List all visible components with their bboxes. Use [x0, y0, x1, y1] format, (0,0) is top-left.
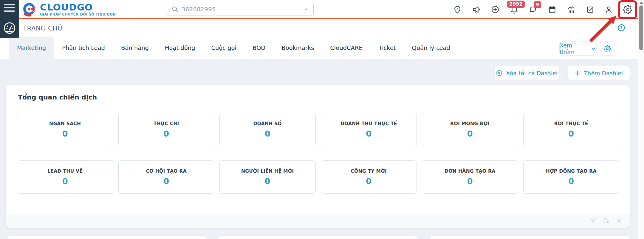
- dashboard-tab[interactable]: Ticket: [371, 37, 404, 59]
- metric-value: 0: [366, 129, 371, 138]
- metric-tile: DOANH THU THỰC TẾ 0: [321, 113, 417, 146]
- search-icon: [171, 6, 179, 13]
- message-count-badge: 9: [534, 1, 541, 8]
- metric-value: 0: [467, 177, 473, 186]
- megaphone-icon[interactable]: [470, 3, 483, 16]
- metric-tile: CƠ HỘI TẠO RA 0: [118, 160, 215, 194]
- tab-settings-button[interactable]: [600, 42, 615, 56]
- metric-value: 0: [163, 129, 169, 138]
- metric-label: NGÂN SÁCH: [47, 121, 83, 126]
- notification-count-badge: 2992: [507, 1, 525, 8]
- metric-label: ĐƠN HÀNG TẠO RA: [442, 168, 498, 174]
- scrollbar-thumb[interactable]: [639, 5, 643, 50]
- brand-name: CLOUDGO: [40, 3, 116, 12]
- chevron-down-icon[interactable]: [303, 6, 309, 12]
- metric-label: CÔNG TY MỚI: [348, 168, 389, 174]
- add-circle-icon[interactable]: [489, 3, 502, 16]
- dashboard-tab[interactable]: Bookmarks: [273, 37, 322, 59]
- dashboard-gauge-icon[interactable]: [3, 22, 16, 34]
- metric-value: 0: [366, 177, 371, 186]
- close-icon[interactable]: [615, 217, 623, 224]
- dashboard-tab[interactable]: Marketing: [9, 37, 54, 59]
- add-dashlet-button[interactable]: Thêm Dashlet: [568, 66, 630, 80]
- settings-highlight-box: [618, 0, 637, 19]
- dashboard-tab[interactable]: Quản lý Lead: [404, 37, 458, 59]
- partial-dashlet-card: [217, 236, 418, 239]
- clear-all-dashlets-button[interactable]: Xóa tất cả Dashlet: [495, 66, 559, 80]
- metric-tile: ROI THỰC TẾ 0: [523, 113, 620, 146]
- metrics-grid: NGÂN SÁCH 0 THỰC CHI 0 DOANH SỐ 0 DOANH …: [17, 113, 619, 194]
- metric-value: 0: [163, 177, 169, 186]
- user-icon[interactable]: [602, 3, 615, 16]
- plus-icon: [574, 70, 581, 76]
- campaign-overview-dashlet: Tổng quan chiến dịch NGÂN SÁCH 0 THỰC CH…: [6, 85, 630, 228]
- breadcrumb-bar: [0, 19, 638, 37]
- dashboard-tab[interactable]: Phân tích Lead: [54, 37, 113, 59]
- metric-tile: HỢP ĐỒNG TẠO RA 0: [523, 160, 620, 194]
- metric-tile: CÔNG TY MỚI 0: [321, 160, 417, 194]
- dashboard-tab[interactable]: Bán hàng: [113, 37, 157, 59]
- brand-tagline: GIẢI PHÁP CHUYỂN ĐỔI SỐ TINH GỌN: [40, 12, 116, 16]
- gear-icon: [604, 45, 611, 52]
- scroll-up-arrow[interactable]: [639, 1, 643, 4]
- dashboard-tab[interactable]: CloudCARE: [322, 37, 371, 59]
- metric-label: DOANH THU THỰC TẾ: [338, 121, 400, 126]
- metric-value: 0: [265, 129, 270, 138]
- dashboard-tabbar: MarketingPhân tích LeadBán hàngHoạt động…: [0, 37, 638, 59]
- metric-value: 0: [568, 177, 574, 186]
- filter-icon[interactable]: [590, 217, 597, 224]
- dashboard-tab[interactable]: BOD: [244, 37, 273, 59]
- svg-text:?: ?: [456, 7, 459, 11]
- dashboard-tab[interactable]: Hoạt động: [157, 37, 203, 59]
- sidebar-header-block: [0, 0, 19, 38]
- cloudgo-logo-icon: [21, 1, 38, 18]
- metric-value: 0: [265, 177, 270, 186]
- metric-label: HỢP ĐỒNG TẠO RA: [544, 168, 599, 174]
- calendar-icon[interactable]: [546, 3, 559, 16]
- metric-tile: NGƯỜI LIÊN HỆ MỚI 0: [219, 160, 316, 194]
- dashlet-footer: [6, 214, 630, 228]
- partial-dashlet-card: [7, 236, 208, 239]
- metric-label: DOANH SỐ: [251, 121, 284, 126]
- metric-tile: THỰC CHI 0: [118, 113, 215, 146]
- location-pin-icon[interactable]: ?: [451, 3, 464, 16]
- activity-chart-icon[interactable]: [564, 3, 578, 16]
- metric-label: CƠ HỘI TẠO RA: [143, 168, 189, 174]
- dashlet-title: Tổng quan chiến dịch: [18, 94, 97, 101]
- metric-value: 0: [467, 129, 473, 138]
- help-button[interactable]: ?: [612, 21, 631, 35]
- metric-tile: NGÂN SÁCH 0: [17, 113, 113, 146]
- svg-text:?: ?: [620, 25, 622, 30]
- global-search[interactable]: [167, 3, 314, 16]
- tasks-checkbox-icon[interactable]: [583, 3, 597, 16]
- chevron-down-icon: [591, 46, 596, 51]
- search-input[interactable]: [182, 6, 300, 13]
- partial-dashlet-card: [429, 236, 630, 239]
- metric-value: 0: [62, 129, 68, 138]
- see-more-button[interactable]: Xem thêm: [559, 42, 597, 56]
- topbar-icon-row: ?: [451, 3, 634, 16]
- metric-tile: LEAD THU VỀ 0: [17, 160, 113, 194]
- metric-tile: ĐƠN HÀNG TẠO RA 0: [422, 160, 518, 194]
- help-icon: ?: [617, 24, 626, 32]
- page-title: TRANG CHỦ: [23, 19, 62, 37]
- metric-label: ROI MONG ĐỢI: [448, 121, 492, 126]
- metric-tile: DOANH SỐ 0: [219, 113, 316, 146]
- refresh-icon[interactable]: [603, 217, 610, 224]
- hamburger-menu-icon[interactable]: [4, 4, 15, 12]
- vertical-scrollbar[interactable]: [638, 0, 644, 239]
- metric-label: THỰC CHI: [151, 121, 182, 126]
- metric-value: 0: [62, 177, 68, 186]
- metric-tile: ROI MONG ĐỢI 0: [422, 113, 518, 146]
- metric-label: ROI THỰC TẾ: [552, 121, 591, 126]
- circle-x-icon: [496, 70, 503, 76]
- dashboard-tab[interactable]: Cuộc gọi: [203, 37, 244, 59]
- metric-value: 0: [568, 129, 574, 138]
- tabs-list: MarketingPhân tích LeadBán hàngHoạt động…: [9, 37, 458, 59]
- app-logo[interactable]: CLOUDGO GIẢI PHÁP CHUYỂN ĐỔI SỐ TINH GỌN: [21, 1, 116, 18]
- metric-label: NGƯỜI LIÊN HỆ MỚI: [239, 168, 296, 174]
- metric-label: LEAD THU VỀ: [45, 168, 85, 174]
